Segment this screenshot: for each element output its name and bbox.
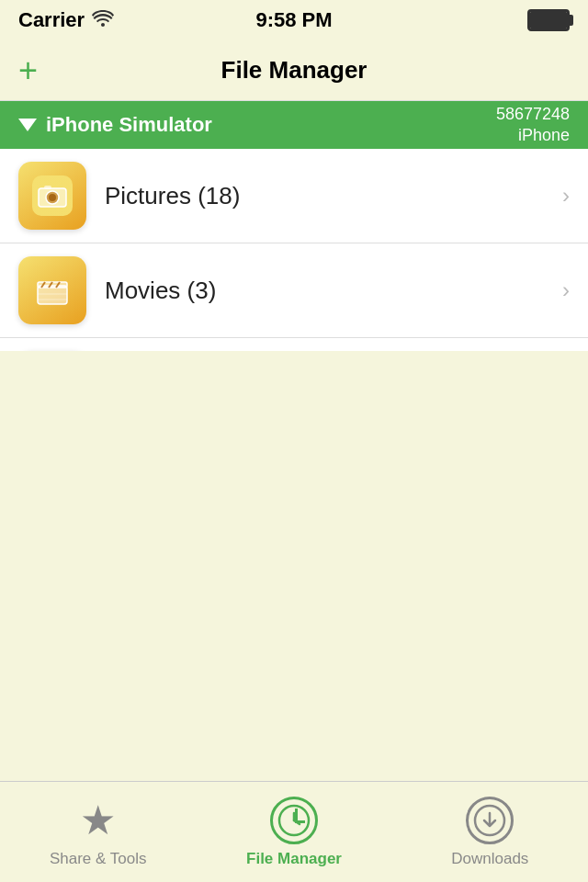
tab-downloads[interactable]: Downloads [392, 797, 588, 868]
tab-file-manager-label: File Manager [246, 850, 342, 868]
pictures-chevron: › [562, 183, 570, 209]
pictures-icon [18, 162, 86, 230]
collapse-icon [18, 119, 37, 131]
tab-share-tools[interactable]: ★ Share & Tools [0, 797, 196, 868]
svg-line-19 [294, 820, 300, 824]
list-item[interactable]: Pictures (18) › [0, 149, 588, 243]
content-area [0, 351, 588, 781]
page-title: File Manager [221, 56, 368, 85]
tab-downloads-label: Downloads [451, 850, 528, 868]
list-item[interactable]: Movies (3) › [0, 243, 588, 338]
device-name: iPhone Simulator [46, 113, 212, 137]
device-header[interactable]: iPhone Simulator 58677248iPhone [0, 101, 588, 149]
svg-rect-4 [44, 186, 51, 189]
nav-bar: + File Manager [0, 40, 588, 101]
movies-label: Movies (3) [105, 277, 562, 305]
battery-icon [527, 9, 570, 31]
svg-point-3 [49, 194, 56, 201]
movies-icon [18, 256, 86, 324]
carrier-label: Carrier [18, 8, 114, 32]
status-time: 9:58 PM [255, 8, 332, 32]
tab-file-manager[interactable]: File Manager [196, 797, 391, 868]
clock-icon [270, 797, 318, 844]
pictures-label: Pictures (18) [105, 182, 562, 210]
svg-rect-5 [38, 286, 67, 304]
star-icon: ★ [74, 797, 122, 844]
download-icon [466, 797, 514, 844]
wifi-icon [92, 10, 114, 31]
status-bar: Carrier 9:58 PM [0, 0, 588, 40]
add-button[interactable]: + [18, 54, 38, 87]
movies-chevron: › [562, 277, 570, 303]
device-info: 58677248iPhone [496, 104, 570, 147]
tab-bar: ★ Share & Tools File Manager [0, 781, 588, 882]
tab-share-tools-label: Share & Tools [50, 850, 147, 868]
